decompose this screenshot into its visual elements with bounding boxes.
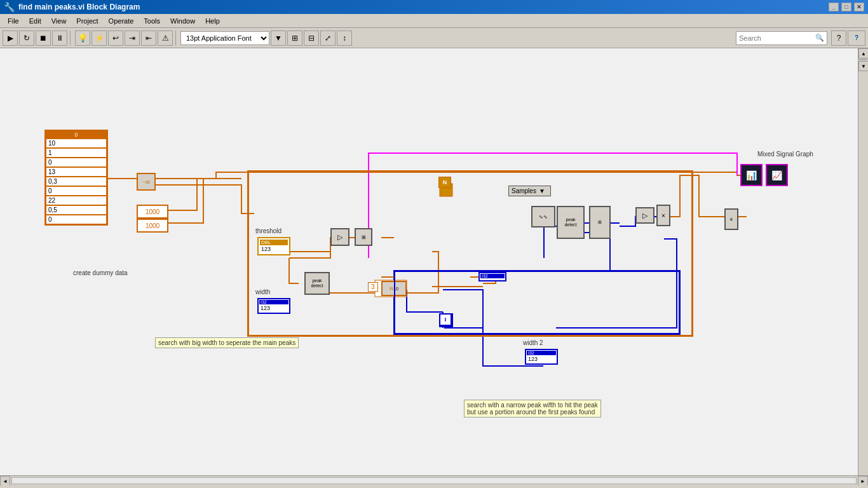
search-icon[interactable]: 🔍 [815,34,824,42]
array-cell-7[interactable]: 0,5 [46,205,107,215]
menu-help[interactable]: Help [200,16,225,26]
step-into-button[interactable]: ↩ [108,30,123,46]
num-1000-b[interactable]: 1000 [137,219,168,233]
array-cell-4[interactable]: 0,3 [46,177,107,186]
title-bar-controls: _ □ ✕ [829,3,864,11]
array-cell-3[interactable]: 13 [46,167,107,177]
menu-project[interactable]: Project [71,16,103,26]
menu-operate[interactable]: Operate [104,16,139,26]
distribute-button[interactable]: ⊟ [304,30,319,46]
array-cell-1[interactable]: 1 [46,148,107,158]
canvas-area[interactable]: 0 10 1 0 13 0,3 0 22 0,5 0 create dummy … [0,48,868,475]
I32-indicator[interactable]: I32 [478,272,506,281]
resize-button[interactable]: ⤢ [320,30,336,46]
create-dummy-label: create dummy data [73,269,128,276]
warn-button[interactable]: ⚠ [158,30,173,46]
help-button[interactable]: ? [831,30,846,46]
highlight-button[interactable]: 💡 [75,30,90,46]
retain-wires-button[interactable]: ⚡ [92,30,107,46]
font-selector[interactable]: 13pt Application Font [180,31,269,45]
search-narrow-comment: search with a narrow peak wifth to hit t… [464,400,601,417]
font-size-down[interactable]: ▼ [271,30,286,46]
run-continuously-button[interactable]: ↻ [19,30,34,46]
menu-bar: File Edit View Project Operate Tools Win… [0,14,868,28]
search-input[interactable] [739,34,815,42]
toolbar: ▶ ↻ ⏹ ⏸ 💡 ⚡ ↩ ⇥ ⇤ ⚠ 13pt Application Fon… [0,28,868,48]
num-1000-a[interactable]: 1000 [137,205,168,219]
array-cell-0[interactable]: 10 [46,139,107,148]
scroll-track [859,59,867,60]
search-big-comment: search with big width to seperate the ma… [155,337,299,348]
minimize-button[interactable]: _ [829,3,839,11]
close-button[interactable]: ✕ [854,3,864,11]
array-cell-2[interactable]: 0 [46,158,107,167]
menu-edit[interactable]: Edit [24,16,46,26]
scroll-up-button[interactable]: ▲ [858,48,868,58]
width2-ctrl[interactable]: I32 123 [525,349,558,365]
width2-label: width 2 [523,339,543,346]
search-area[interactable]: 🔍 [736,31,827,45]
mixed-signal-graph-vi[interactable]: 📈 [766,164,788,186]
inner-loop [394,271,680,334]
context-help-icon[interactable]: ? [848,30,865,46]
i32-width2-label: I32 [527,351,556,355]
I-terminal: I [439,313,452,326]
app-icon: 🔧 [4,2,15,12]
step-out-button[interactable]: ⇤ [141,30,156,46]
align-button[interactable]: ⊞ [287,30,302,46]
title-bar-left: 🔧 find main peaks.vi Block Diagram [4,2,140,12]
toolbar-sep-1 [70,30,72,46]
num-1000-b-container: 1000 [137,219,168,233]
array-control[interactable]: 0 10 1 0 13 0,3 0 22 0,5 0 [44,130,108,226]
array-cell-5[interactable]: 0 [46,186,107,196]
width2-value[interactable]: 123 [527,355,556,363]
abort-button[interactable]: ⏹ [36,30,51,46]
maximize-button[interactable]: □ [841,3,851,11]
const-3: 3 [368,282,378,292]
num-1000-a-container: 1000 [137,205,168,219]
menu-tools[interactable]: Tools [139,16,165,26]
scroll-left-button[interactable]: ◄ [0,476,10,485]
array-cell-6[interactable]: 22 [46,196,107,205]
menu-window[interactable]: Window [165,16,200,26]
scroll-down-button[interactable]: ▼ [858,61,868,71]
N-terminal: N [438,177,451,188]
mixed-signal-label: Mixed Signal Graph [757,151,813,158]
dt-subvi[interactable]: ~dt [137,173,156,191]
step-over-button[interactable]: ⇥ [125,30,140,46]
menu-file[interactable]: File [3,16,24,26]
scroll-right-button[interactable]: ► [858,476,868,485]
array-index[interactable]: 0 [46,131,107,139]
vertical-scrollbar[interactable]: ▲ ▼ [858,48,868,475]
title-bar: 🔧 find main peaks.vi Block Diagram _ □ ✕ [0,0,868,14]
i32-indicator-label: I32 [480,274,505,278]
scrollbar-track [11,477,857,484]
bundle-node[interactable]: ≡ [724,208,738,230]
toolbar-sep-2 [175,30,178,46]
window-title: find main peaks.vi Block Diagram [18,3,140,11]
run-button[interactable]: ▶ [3,30,18,46]
pause-button[interactable]: ⏸ [52,30,67,46]
array-cell-8[interactable]: 0 [46,215,107,224]
I32-value [480,278,505,280]
reorder-button[interactable]: ↕ [337,30,352,46]
scrollbar-h[interactable]: ◄ ► [0,475,868,485]
mixed-signal-graph-ctrl[interactable]: 📊 [740,164,763,186]
menu-view[interactable]: View [46,16,72,26]
